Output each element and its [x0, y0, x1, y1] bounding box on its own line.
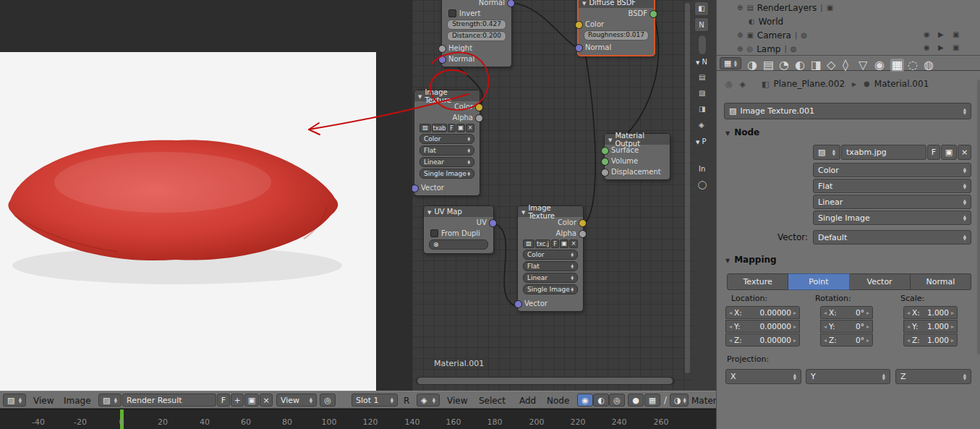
- projection-dropdown[interactable]: Flat: [813, 179, 971, 193]
- outliner-item-label[interactable]: World: [759, 17, 783, 27]
- shader-type-object-button[interactable]: [577, 394, 593, 407]
- mapping-tab-normal[interactable]: Normal: [911, 273, 971, 290]
- distance-slider[interactable]: Distance:0.200: [447, 31, 506, 41]
- outliner-item-label[interactable]: RenderLayers: [757, 3, 817, 13]
- fake-user-button[interactable]: F: [217, 394, 230, 407]
- selectable-toggle-camera[interactable]: [938, 31, 944, 38]
- tab-particles[interactable]: [908, 59, 918, 71]
- tab-physics[interactable]: [924, 59, 934, 71]
- texture-datablock-selector[interactable]: Image Texture.001: [724, 103, 971, 119]
- socket-alpha-output[interactable]: [475, 114, 483, 122]
- mapping-tab-point[interactable]: Point: [788, 273, 849, 290]
- pin-button[interactable]: [320, 394, 336, 407]
- expand-icon[interactable]: [737, 32, 743, 39]
- object-icon[interactable]: [699, 106, 705, 113]
- texture-node-button[interactable]: [644, 394, 660, 407]
- image-browse-button[interactable]: [523, 239, 534, 248]
- outliner-row-renderlayers[interactable]: RenderLayers: [737, 1, 833, 14]
- collapse-icon[interactable]: [608, 136, 612, 143]
- pack-button[interactable]: [941, 145, 957, 160]
- tab-material[interactable]: [874, 59, 885, 71]
- editor-type-button[interactable]: [417, 394, 440, 407]
- socket-vector-input[interactable]: [514, 300, 522, 308]
- pin-icon[interactable]: [725, 80, 733, 88]
- mapping-panel-header[interactable]: Mapping: [725, 255, 777, 265]
- menu-select[interactable]: Select: [479, 396, 506, 406]
- unlink-button[interactable]: [466, 124, 474, 132]
- horizontal-scrollbar[interactable]: [416, 377, 675, 385]
- uv-map-select[interactable]: [429, 239, 488, 250]
- panel-collapse-icon[interactable]: [725, 128, 730, 137]
- menu-image[interactable]: Image: [64, 396, 91, 406]
- projection-dropdown[interactable]: Flat: [523, 261, 578, 271]
- editor-type-button[interactable]: [3, 394, 26, 407]
- rotation-x-field[interactable]: ◂X:0°▸: [820, 306, 873, 319]
- image-name-field[interactable]: txc.j: [535, 239, 550, 248]
- projection-z-dropdown[interactable]: Z: [895, 369, 971, 384]
- collapse-icon[interactable]: [582, 0, 586, 7]
- view-mode-dropdown[interactable]: View: [276, 394, 317, 407]
- menu-view[interactable]: View: [447, 396, 467, 406]
- scale-x-field[interactable]: ◂X:1.000▸: [903, 306, 958, 319]
- breadcrumb-object[interactable]: Plane_Plane.002: [773, 79, 845, 89]
- socket-color-input[interactable]: [575, 21, 583, 29]
- location-z-field[interactable]: ◂Z:0.00000▸: [725, 334, 800, 347]
- location-y-field[interactable]: ◂Y:0.00000▸: [725, 320, 800, 333]
- new-image-button[interactable]: [231, 394, 244, 407]
- selectable-toggle-lamp[interactable]: [938, 44, 944, 51]
- unlink-image-button[interactable]: [260, 394, 273, 407]
- shader-type-world-button[interactable]: [593, 394, 609, 407]
- outliner-row-lamp[interactable]: Lamp: [737, 42, 797, 55]
- location-x-field[interactable]: ◂X:0.00000▸: [725, 306, 800, 319]
- socket-uv-output[interactable]: [489, 219, 497, 227]
- nodetree-icon[interactable]: [740, 80, 746, 88]
- outliner-item-label[interactable]: Lamp: [757, 44, 780, 54]
- node-material-output[interactable]: Material Output Surface Volume Displacem…: [604, 133, 670, 180]
- image-browse-button[interactable]: [98, 394, 122, 407]
- snap-slash-icon[interactable]: [664, 395, 667, 405]
- image-browse-button[interactable]: [813, 145, 840, 160]
- collapsed-panel-handle[interactable]: [698, 35, 707, 55]
- strength-slider[interactable]: Strength:0.427: [447, 20, 506, 30]
- render-toggle-lamp[interactable]: [953, 44, 959, 51]
- timeline[interactable]: -40 -20 0 20 40 60 80 100 120 140 160 18…: [0, 409, 716, 429]
- tab-world[interactable]: [795, 59, 805, 71]
- source-dropdown[interactable]: Single Image: [813, 211, 971, 225]
- fake-user-button[interactable]: F: [448, 124, 456, 132]
- interpolation-dropdown[interactable]: Linear: [419, 157, 474, 167]
- hide-toggle-camera[interactable]: [924, 31, 930, 38]
- pack-image-button[interactable]: [244, 394, 259, 407]
- hide-toggle-lamp[interactable]: [924, 44, 930, 51]
- fake-user-button[interactable]: F: [927, 145, 940, 160]
- socket-bsdf-output[interactable]: [649, 10, 657, 18]
- slot-dropdown[interactable]: Slot 1: [351, 394, 398, 407]
- nodetree-icon[interactable]: [699, 122, 704, 129]
- interpolation-dropdown[interactable]: Linear: [523, 273, 578, 283]
- expand-icon[interactable]: [737, 46, 743, 53]
- editor-type-button[interactable]: [720, 57, 741, 69]
- circle-icon[interactable]: [698, 181, 707, 189]
- projection-y-dropdown[interactable]: Y: [806, 369, 890, 384]
- node-diffuse-bsdf[interactable]: Diffuse BSDF BSDF Color Roughness:0.017 …: [577, 0, 655, 56]
- tab-modifiers[interactable]: [843, 59, 848, 71]
- tab-texture-active[interactable]: [890, 59, 904, 72]
- node-uv-map[interactable]: UV Map UV From Dupli: [423, 205, 494, 254]
- layers-icon[interactable]: [699, 74, 705, 81]
- compositing-button[interactable]: [628, 394, 644, 407]
- socket-vector-input[interactable]: [412, 184, 419, 192]
- node-panel-header[interactable]: Node: [725, 127, 759, 137]
- outliner-row-world[interactable]: World: [749, 14, 783, 28]
- render-toggle-camera[interactable]: [953, 31, 959, 38]
- expand-icon[interactable]: [737, 4, 743, 12]
- fake-user-button[interactable]: F: [551, 239, 559, 248]
- tab-scene[interactable]: [779, 59, 789, 71]
- scrollbar-thumb[interactable]: [417, 378, 673, 384]
- node-image-texture-1[interactable]: Image Texture Color Alpha txab F Color F…: [414, 90, 480, 196]
- node-image-texture-2[interactable]: Image Texture Color Alpha txc.j F Color …: [517, 205, 584, 312]
- socket-height-input[interactable]: [438, 45, 446, 53]
- outliner-row-camera[interactable]: Camera: [737, 28, 807, 42]
- socket-surface-input[interactable]: [601, 147, 609, 155]
- image-icon[interactable]: [699, 90, 705, 97]
- socket-normal-input[interactable]: [575, 44, 583, 52]
- socket-color-output[interactable]: [475, 103, 483, 111]
